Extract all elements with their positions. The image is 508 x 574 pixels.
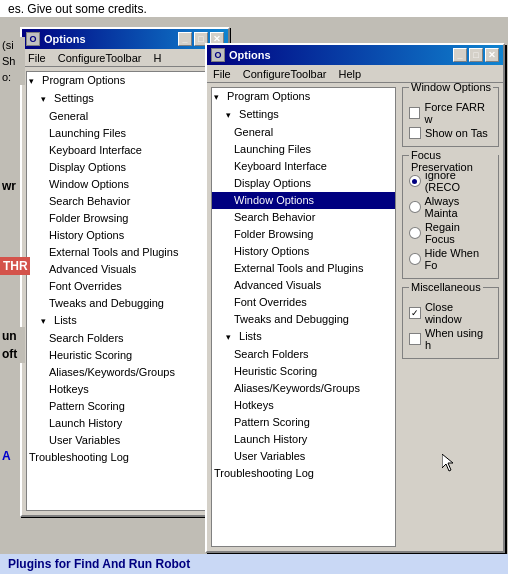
tree-pattern-front[interactable]: Pattern Scoring xyxy=(212,414,395,431)
focus-preservation-title: Focus Preservation xyxy=(409,149,498,173)
title-text-back: Options xyxy=(44,33,174,45)
tree-external-front[interactable]: External Tools and Plugins xyxy=(212,260,395,277)
radio-hide-label: Hide When Fo xyxy=(425,247,492,271)
tree-folder-back[interactable]: Folder Browsing xyxy=(27,210,223,227)
tree-keyboard-front[interactable]: Keyboard Interface xyxy=(212,158,395,175)
menu-help-front[interactable]: Help xyxy=(337,68,364,80)
titlebar-back: O Options _ □ ✕ xyxy=(22,29,228,49)
tree-launching-back[interactable]: Launching Files xyxy=(27,125,223,142)
checkbox-force-farr-label: Force FARR w xyxy=(424,101,492,125)
tree-launching-front[interactable]: Launching Files xyxy=(212,141,395,158)
miscellaneous-group: Miscellaneous Close window When using h xyxy=(402,287,499,359)
troubleshooting-front[interactable]: Troubleshooting Log xyxy=(212,465,395,482)
side-label-sh: Sh xyxy=(0,53,25,69)
radio-ignore-input[interactable] xyxy=(409,175,421,187)
options-window-back: O Options _ □ ✕ File ConfigureToolbar H … xyxy=(20,27,230,517)
maximize-btn-front[interactable]: □ xyxy=(469,48,483,62)
side-label-o: o: xyxy=(0,69,25,85)
tree-heuristic-front[interactable]: Heuristic Scoring xyxy=(212,363,395,380)
checkbox-force-farr-input[interactable] xyxy=(409,107,420,119)
right-options-panel: Window Options Force FARR w Show on Tas … xyxy=(398,83,503,551)
checkbox-using-h[interactable]: When using h xyxy=(409,326,492,352)
title-text-front: Options xyxy=(229,49,449,61)
menu-file-front[interactable]: File xyxy=(211,68,233,80)
tree-pattern-back[interactable]: Pattern Scoring xyxy=(27,398,223,415)
checkbox-using-h-label: When using h xyxy=(425,327,492,351)
side-label-un: un xyxy=(0,327,25,345)
menu-file-back[interactable]: File xyxy=(26,52,48,64)
tree-window-back[interactable]: Window Options xyxy=(27,176,223,193)
settings-front: ▾ Settings xyxy=(212,106,395,124)
menu-help-back[interactable]: H xyxy=(152,52,164,64)
misc-title: Miscellaneous xyxy=(409,281,483,293)
window-options-group: Window Options Force FARR w Show on Tas xyxy=(402,87,499,147)
program-options-front: ▾ Program Options xyxy=(212,88,395,106)
tree-advanced-back[interactable]: Advanced Visuals xyxy=(27,261,223,278)
lists-label-front: ▾ Lists xyxy=(212,328,395,346)
window-options-title: Window Options xyxy=(409,83,493,93)
tree-hotkeys-back[interactable]: Hotkeys xyxy=(27,381,223,398)
tree-launch-history-back[interactable]: Launch History xyxy=(27,415,223,432)
tree-tweaks-back[interactable]: Tweaks and Debugging xyxy=(27,295,223,312)
lists-label-back: ▾ Lists xyxy=(27,312,223,330)
tree-hotkeys-front[interactable]: Hotkeys xyxy=(212,397,395,414)
checkbox-using-h-input[interactable] xyxy=(409,333,421,345)
radio-always[interactable]: Always Mainta xyxy=(409,194,492,220)
checkbox-show-taskbar[interactable]: Show on Tas xyxy=(409,126,492,140)
titlebar-front: O Options _ □ ✕ xyxy=(207,45,503,65)
tree-display-back[interactable]: Display Options xyxy=(27,159,223,176)
settings-back: ▾ Settings xyxy=(27,90,223,108)
tree-window-front[interactable]: Window Options xyxy=(212,192,395,209)
tree-history-back[interactable]: History Options xyxy=(27,227,223,244)
expand-icon: ▾ xyxy=(29,74,39,89)
minimize-btn-back[interactable]: _ xyxy=(178,32,192,46)
radio-always-label: Always Mainta xyxy=(425,195,492,219)
radio-regain-input[interactable] xyxy=(409,227,421,239)
menu-toolbar-front[interactable]: ConfigureToolbar xyxy=(241,68,329,80)
side-label-oft: oft xyxy=(0,345,25,363)
tree-search-front[interactable]: Search Behavior xyxy=(212,209,395,226)
checkbox-show-taskbar-label: Show on Tas xyxy=(425,127,488,139)
tree-search-folders-front[interactable]: Search Folders xyxy=(212,346,395,363)
minimize-btn-front[interactable]: _ xyxy=(453,48,467,62)
side-label-al: A xyxy=(0,447,20,465)
close-btn-front[interactable]: ✕ xyxy=(485,48,499,62)
window-icon-back: O xyxy=(26,32,40,46)
tree-user-vars-front[interactable]: User Variables xyxy=(212,448,395,465)
tree-launch-history-front[interactable]: Launch History xyxy=(212,431,395,448)
focus-preservation-group: Focus Preservation Ignore (RECO Always M… xyxy=(402,155,499,279)
troubleshooting-back[interactable]: Troubleshooting Log xyxy=(27,449,223,466)
radio-always-input[interactable] xyxy=(409,201,421,213)
radio-hide[interactable]: Hide When Fo xyxy=(409,246,492,272)
tree-panel-front: ▾ Program Options ▾ Settings General Lau… xyxy=(211,87,396,547)
tree-history-front[interactable]: History Options xyxy=(212,243,395,260)
radio-regain-label: Regain Focus xyxy=(425,221,492,245)
tree-display-front[interactable]: Display Options xyxy=(212,175,395,192)
radio-regain[interactable]: Regain Focus xyxy=(409,220,492,246)
options-window-front: O Options _ □ ✕ File ConfigureToolbar He… xyxy=(205,43,505,553)
tree-general-back[interactable]: General xyxy=(27,108,223,125)
tree-external-back[interactable]: External Tools and Plugins xyxy=(27,244,223,261)
tree-font-back[interactable]: Font Overrides xyxy=(27,278,223,295)
tree-aliases-front[interactable]: Aliases/Keywords/Groups xyxy=(212,380,395,397)
program-options-back: ▾ Program Options xyxy=(27,72,223,90)
tree-search-folders-back[interactable]: Search Folders xyxy=(27,330,223,347)
tree-user-vars-back[interactable]: User Variables xyxy=(27,432,223,449)
checkbox-show-taskbar-input[interactable] xyxy=(409,127,421,139)
tree-general-front[interactable]: General xyxy=(212,124,395,141)
tree-font-front[interactable]: Font Overrides xyxy=(212,294,395,311)
tree-aliases-back[interactable]: Aliases/Keywords/Groups xyxy=(27,364,223,381)
tree-search-back[interactable]: Search Behavior xyxy=(27,193,223,210)
tree-heuristic-back[interactable]: Heuristic Scoring xyxy=(27,347,223,364)
checkbox-close-window-input[interactable] xyxy=(409,307,421,319)
checkbox-close-window-label: Close window xyxy=(425,301,492,325)
menu-toolbar-back[interactable]: ConfigureToolbar xyxy=(56,52,144,64)
checkbox-close-window[interactable]: Close window xyxy=(409,300,492,326)
tree-folder-front[interactable]: Folder Browsing xyxy=(212,226,395,243)
tree-keyboard-back[interactable]: Keyboard Interface xyxy=(27,142,223,159)
tree-panel-back: ▾ Program Options ▾ Settings General Lau… xyxy=(26,71,224,511)
tree-advanced-front[interactable]: Advanced Visuals xyxy=(212,277,395,294)
tree-tweaks-front[interactable]: Tweaks and Debugging xyxy=(212,311,395,328)
checkbox-force-farr[interactable]: Force FARR w xyxy=(409,100,492,126)
radio-hide-input[interactable] xyxy=(409,253,421,265)
